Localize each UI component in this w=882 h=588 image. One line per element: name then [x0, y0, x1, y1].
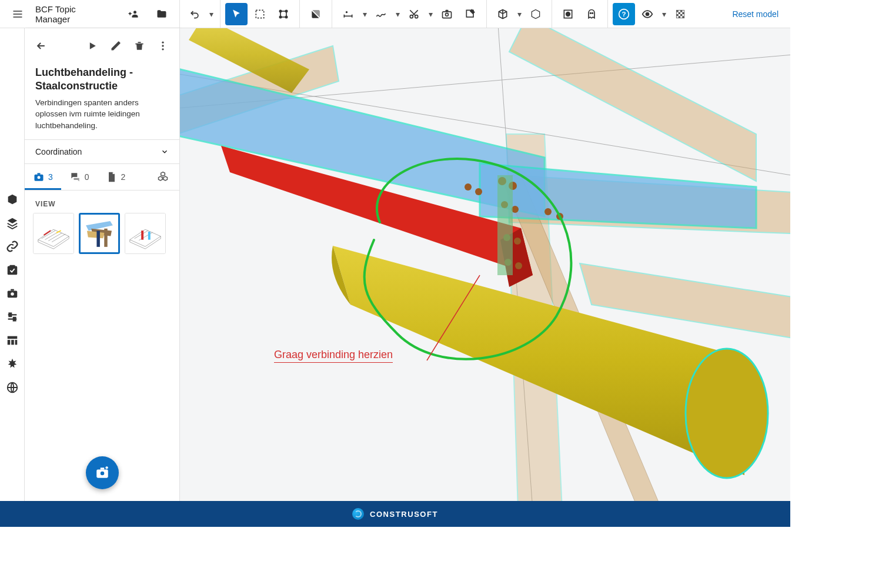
- cut-icon[interactable]: [403, 3, 425, 25]
- footer-bar: CONSTRUSOFT: [0, 501, 790, 527]
- contrast-icon[interactable]: [305, 3, 327, 25]
- tab-elements[interactable]: [149, 164, 179, 190]
- svg-point-44: [162, 48, 163, 50]
- svg-rect-28: [679, 16, 680, 18]
- svg-rect-40: [15, 340, 17, 345]
- play-icon[interactable]: [83, 36, 102, 55]
- add-user-icon[interactable]: [123, 3, 144, 25]
- add-snapshot-fab[interactable]: [86, 456, 119, 489]
- toolbar-buttons: ▾ ▾ ▾ ▾: [180, 0, 790, 28]
- svg-rect-25: [682, 12, 684, 14]
- rail-check-icon[interactable]: [6, 263, 19, 276]
- svg-point-16: [590, 12, 592, 14]
- topic-block: Luchtbehandeling - Staalconstructie Verb…: [25, 64, 179, 139]
- svg-point-17: [592, 12, 593, 14]
- panel-actions: [25, 28, 179, 64]
- svg-rect-39: [11, 340, 14, 345]
- folder-icon[interactable]: [151, 3, 172, 25]
- svg-point-85: [514, 238, 521, 245]
- annotation-text: Graag verbinding herzien: [274, 349, 393, 363]
- help-icon[interactable]: ?: [613, 3, 635, 25]
- checker-icon[interactable]: [669, 3, 691, 25]
- cube-icon[interactable]: [492, 3, 514, 25]
- category-row[interactable]: Coordination: [25, 139, 179, 164]
- transform-icon[interactable]: [272, 3, 295, 25]
- svg-rect-30: [7, 266, 17, 275]
- measure-dropdown[interactable]: ▾: [360, 9, 369, 19]
- rail-table-icon[interactable]: [6, 334, 19, 347]
- undo-icon[interactable]: [183, 3, 206, 25]
- edit-icon[interactable]: [106, 36, 125, 55]
- back-icon[interactable]: [32, 36, 51, 55]
- cube-dropdown[interactable]: ▾: [515, 9, 523, 19]
- svg-rect-29: [682, 16, 684, 18]
- svg-point-42: [162, 42, 163, 44]
- svg-point-6: [285, 16, 287, 18]
- svg-rect-57: [148, 232, 151, 240]
- tab-documents[interactable]: 2: [98, 164, 134, 190]
- svg-rect-31: [9, 265, 15, 268]
- delete-icon[interactable]: [130, 36, 149, 55]
- tab-views[interactable]: 3: [25, 164, 61, 190]
- rail-globe-icon[interactable]: [6, 381, 19, 394]
- rail-clash-icon[interactable]: [6, 358, 19, 370]
- thumbnail-2[interactable]: [79, 213, 120, 254]
- svg-point-3: [279, 10, 281, 12]
- tab-comments[interactable]: 0: [61, 164, 98, 190]
- panel-title: BCF Topic Manager: [35, 4, 109, 24]
- comments-icon: [69, 171, 81, 183]
- rail-layers-icon[interactable]: [6, 216, 19, 229]
- topic-title: Luchtbehandeling - Staalconstructie: [35, 66, 169, 93]
- marquee-select-icon[interactable]: [249, 3, 271, 25]
- svg-point-43: [162, 45, 163, 46]
- svg-point-15: [566, 12, 570, 16]
- svg-point-76: [686, 349, 768, 478]
- svg-rect-37: [7, 336, 17, 339]
- svg-rect-56: [141, 231, 143, 240]
- side-rail: [0, 28, 25, 501]
- ghost-icon[interactable]: [580, 3, 603, 25]
- panel-tabs: 3 0 2: [25, 164, 179, 191]
- measure-icon[interactable]: [337, 3, 359, 25]
- reset-model-link[interactable]: Reset model: [724, 9, 787, 19]
- svg-rect-22: [676, 10, 678, 12]
- panel-title-area: BCF Topic Manager: [0, 0, 180, 28]
- eye-icon[interactable]: [636, 3, 659, 25]
- svg-point-59: [100, 472, 104, 476]
- svg-point-20: [646, 12, 649, 15]
- svg-rect-60: [100, 467, 104, 469]
- eye-dropdown[interactable]: ▾: [660, 9, 668, 19]
- svg-rect-36: [13, 318, 15, 321]
- thumbnail-1[interactable]: [33, 213, 74, 254]
- rail-sliders-icon[interactable]: [6, 310, 19, 323]
- snapshot-icon[interactable]: [436, 3, 458, 25]
- pointer-tool-icon[interactable]: [225, 3, 248, 25]
- freehand-dropdown[interactable]: ▾: [393, 9, 402, 19]
- svg-point-4: [285, 10, 287, 12]
- undo-dropdown[interactable]: ▾: [207, 9, 215, 19]
- more-icon[interactable]: [153, 36, 172, 55]
- svg-point-12: [446, 13, 449, 16]
- freehand-icon[interactable]: [370, 3, 392, 25]
- svg-point-87: [515, 262, 522, 269]
- svg-point-5: [279, 16, 281, 18]
- rail-camera-icon[interactable]: [6, 287, 19, 300]
- thumbnail-3[interactable]: [125, 213, 166, 254]
- chevron-down-icon: [161, 148, 169, 156]
- cut-dropdown[interactable]: ▾: [426, 9, 435, 19]
- tab-comments-count: 0: [85, 172, 89, 182]
- svg-rect-23: [680, 10, 682, 12]
- svg-rect-11: [443, 11, 452, 18]
- rail-link-icon[interactable]: [6, 240, 19, 253]
- target-icon[interactable]: [557, 3, 579, 25]
- model-viewer[interactable]: Graag verbinding herzien: [180, 28, 790, 501]
- annotate-icon[interactable]: [459, 3, 482, 25]
- svg-rect-54: [104, 229, 107, 247]
- brand-name: CONSTRUSOFT: [370, 510, 438, 519]
- cube-outline-icon[interactable]: [524, 3, 547, 25]
- menu-icon[interactable]: [7, 3, 28, 25]
- svg-rect-90: [497, 175, 513, 275]
- svg-point-33: [11, 292, 14, 296]
- rail-cube-icon[interactable]: [6, 193, 19, 206]
- svg-rect-48: [34, 213, 74, 253]
